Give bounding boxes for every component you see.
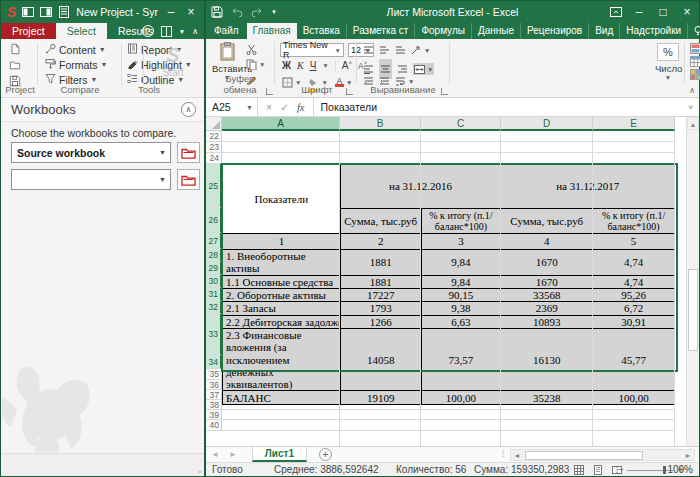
tab-файл[interactable]: Файл: [206, 23, 247, 39]
tab-рецензиров[interactable]: Рецензиров: [521, 23, 589, 39]
cell[interactable]: на 31.12.2017: [501, 165, 675, 209]
align-middle-icon[interactable]: [379, 46, 390, 55]
confirm-entry-icon[interactable]: ✓: [280, 101, 289, 113]
tabbar-splitter[interactable]: ⁞: [502, 447, 505, 462]
row-header-28[interactable]: 28: [206, 249, 222, 262]
cell[interactable]: 4,74: [593, 275, 675, 288]
ribbon-collapse-icon[interactable]: ∧: [192, 27, 198, 36]
row-header-34[interactable]: 34: [206, 355, 222, 369]
clipboard-dialog-launcher[interactable]: [266, 88, 273, 95]
cell[interactable]: 5: [593, 234, 675, 250]
layout-panes-icon[interactable]: [161, 26, 172, 37]
resize-grip[interactable]: [199, 471, 201, 473]
target-workbook-combo[interactable]: ▼: [11, 169, 171, 190]
bold-button[interactable]: Ж: [282, 60, 291, 71]
collapse-panel-icon[interactable]: ∧: [181, 102, 196, 117]
vertical-scroll-thumb[interactable]: [688, 269, 698, 351]
cell[interactable]: 45,77: [593, 328, 675, 391]
underline-dropdown-icon[interactable]: ▼: [322, 62, 328, 69]
grow-font-button[interactable]: А˄: [342, 60, 352, 71]
cell[interactable]: Сумма, тыс.руб: [340, 209, 421, 234]
row-header-37[interactable]: 37: [206, 390, 222, 400]
page-layout-view-icon[interactable]: [593, 465, 603, 475]
cell[interactable]: 2: [340, 234, 421, 250]
ribbon-item-content[interactable]: Content▼: [45, 42, 107, 57]
row-header-27[interactable]: 27: [206, 233, 222, 249]
grid-canvas[interactable]: Показателина 31.12.2016на 31.12.2017Сумм…: [222, 131, 675, 446]
cell[interactable]: Показатели: [223, 165, 341, 234]
sheet-tab-active[interactable]: Лист1: [252, 447, 307, 462]
open-project-icon[interactable]: [9, 59, 21, 71]
cell[interactable]: 2.3 Финансовые вложения (за исключением …: [223, 328, 341, 391]
cell[interactable]: 1.1 Основные средства: [223, 275, 341, 288]
tab-разметка ст[interactable]: Разметка ст: [347, 23, 416, 39]
add-sheet-button[interactable]: +: [319, 448, 332, 461]
close-button[interactable]: ×: [680, 2, 694, 22]
cell[interactable]: 100,00: [421, 391, 501, 405]
cell[interactable]: 17227: [340, 288, 421, 301]
align-center-icon[interactable]: [380, 65, 391, 74]
tab-надстройки[interactable]: Надстройки: [620, 23, 688, 39]
new-project-icon[interactable]: [9, 43, 21, 55]
name-box[interactable]: A25 ▼: [206, 98, 258, 116]
row-header-39[interactable]: 39: [206, 410, 222, 420]
help-icon[interactable]: ?: [142, 25, 154, 37]
horizontal-scroll-thumb[interactable]: [525, 451, 643, 460]
workbooks-panel-header[interactable]: Workbooks ∧: [1, 98, 204, 122]
merge-center-button[interactable]: ▼: [413, 63, 434, 75]
row-header-23[interactable]: 23: [206, 142, 222, 153]
horizontal-scrollbar[interactable]: ◄ ►: [510, 449, 695, 461]
cell[interactable]: 14058: [340, 328, 421, 391]
cell[interactable]: 6,63: [421, 315, 501, 328]
maximize-button[interactable]: □: [656, 2, 670, 22]
cell[interactable]: 3: [421, 234, 501, 250]
tab-главная[interactable]: Главная: [247, 23, 297, 39]
insert-function-icon[interactable]: fx: [297, 102, 305, 113]
row-header-30[interactable]: 30: [206, 275, 222, 288]
cell[interactable]: 2.2 Дебиторская задолженность: [223, 315, 341, 328]
cell[interactable]: 2369: [501, 302, 593, 315]
cell[interactable]: 4: [501, 234, 593, 250]
cell[interactable]: 95,26: [593, 288, 675, 301]
expand-formula-bar-icon[interactable]: ˅: [682, 103, 699, 112]
tab-вид[interactable]: Вид: [589, 23, 620, 39]
cell[interactable]: 9,38: [421, 302, 501, 315]
row-header-33[interactable]: 33: [206, 314, 222, 355]
cell[interactable]: 2.1 Запасы: [223, 302, 341, 315]
cell[interactable]: 33568: [501, 288, 593, 301]
cell[interactable]: 9,84: [421, 250, 501, 276]
combo-dropdown-icon[interactable]: ▼: [155, 176, 170, 183]
scroll-left-icon[interactable]: ◄: [511, 450, 523, 460]
column-header-e[interactable]: E: [593, 117, 675, 131]
cell[interactable]: % к итогу (п.1/баланс*100): [421, 209, 501, 234]
cell[interactable]: 4,74: [593, 250, 675, 276]
cell[interactable]: 30,91: [593, 315, 675, 328]
ribbon-item-conditional-formatting[interactable]: Условное форматирование▼: [690, 43, 700, 56]
row-header-29[interactable]: 29: [206, 262, 222, 275]
row-header-32[interactable]: 32: [206, 301, 222, 314]
cell[interactable]: 1881: [340, 275, 421, 288]
cancel-entry-icon[interactable]: ×: [266, 101, 272, 113]
source-workbook-combo[interactable]: Source workbook ▼: [11, 142, 171, 163]
cell[interactable]: 6,72: [593, 302, 675, 315]
qat-customize-icon[interactable]: ▼: [271, 9, 277, 15]
cell[interactable]: 1881: [340, 250, 421, 276]
tab-данные[interactable]: Данные: [472, 23, 521, 39]
column-header-b[interactable]: B: [340, 117, 421, 131]
normal-view-icon[interactable]: [574, 465, 584, 475]
ribbon-item-format-as-table[interactable]: Форматировать как таблицу▼: [690, 56, 700, 69]
column-header-c[interactable]: C: [421, 117, 501, 131]
zoom-slider-thumb[interactable]: [663, 466, 666, 474]
cell[interactable]: 16130: [501, 328, 593, 391]
layout-dropdown-icon[interactable]: ▼: [179, 28, 185, 35]
select-all-corner[interactable]: [206, 117, 222, 131]
minimize-button[interactable]: –: [164, 2, 178, 22]
zoom-level[interactable]: 100%: [667, 463, 693, 477]
scroll-up-icon[interactable]: ▲: [687, 117, 699, 130]
zoom-out-icon[interactable]: −: [618, 463, 624, 477]
sheet-nav-left-icon[interactable]: ◄: [206, 447, 224, 462]
ribbon-item-cell-styles[interactable]: Стили ячеек▼: [690, 69, 700, 82]
cell[interactable]: 1670: [501, 250, 593, 276]
row-header-25[interactable]: 25: [206, 164, 222, 208]
ribbon-item-formats[interactable]: Formats▼: [45, 57, 107, 72]
